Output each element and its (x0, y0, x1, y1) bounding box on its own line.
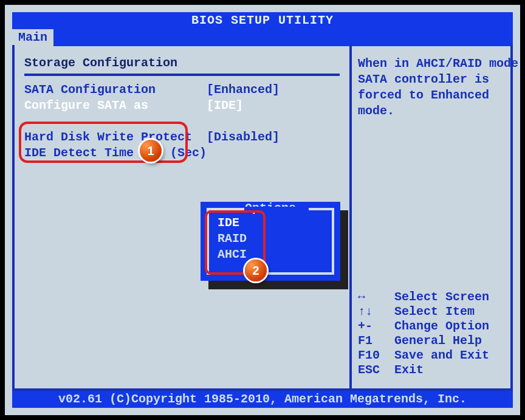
bios-screen: BIOS SETUP UTILITY Main Storage Configur… (5, 5, 520, 415)
help-panel: When in AHCI/RAID mode SATA controller i… (352, 45, 524, 388)
setting-row-spacer (24, 114, 340, 129)
help-desc: Select Item (394, 305, 475, 319)
popup-border: IDE RAID AHCI (207, 208, 334, 275)
help-text-line: forced to Enhanced (358, 88, 518, 103)
setting-label: Configure SATA as (24, 98, 207, 114)
help-key-row: ↑↓Select Item (358, 305, 518, 319)
setting-label: IDE Detect Time Out (Sec) (24, 145, 207, 161)
panel-container: Storage Configuration SATA Configuration… (12, 45, 513, 391)
setting-row[interactable]: SATA Configuration [Enhanced] (24, 82, 340, 98)
section-title: Storage Configuration (24, 56, 340, 70)
popup-option[interactable]: IDE (218, 215, 326, 231)
help-key-row: F1General Help (358, 334, 518, 348)
popup-option[interactable]: RAID (218, 231, 326, 247)
setting-value: [IDE] (207, 98, 243, 114)
help-key-row: ESCExit (358, 363, 518, 377)
help-desc: Select Screen (394, 290, 489, 305)
help-key: ↔ (358, 290, 394, 305)
help-key: +- (358, 319, 394, 334)
help-key: F1 (358, 334, 394, 348)
help-text-line: mode. (358, 103, 518, 119)
setting-row[interactable]: Hard Disk Write Protect [Disabled] (24, 129, 340, 145)
help-desc: Save and Exit (394, 348, 489, 363)
setting-label: Hard Disk Write Protect (24, 129, 207, 145)
help-desc: Exit (394, 363, 424, 377)
help-text-line: When in AHCI/RAID mode (358, 56, 518, 72)
section-divider (24, 74, 340, 76)
footer-bar: v02.61 (C)Copyright 1985-2010, American … (12, 391, 513, 408)
tab-bar[interactable]: Main (12, 29, 513, 46)
footer-text: v02.61 (C)Copyright 1985-2010, American … (58, 392, 467, 406)
help-key: ESC (358, 363, 394, 377)
setting-label (24, 114, 207, 129)
setting-row[interactable]: IDE Detect Time Out (Sec) (24, 145, 340, 161)
help-keys: ↔Select Screen ↑↓Select Item +-Change Op… (358, 290, 518, 377)
app-title-bar: BIOS SETUP UTILITY (12, 12, 513, 29)
setting-row-selected[interactable]: Configure SATA as [IDE] (24, 98, 340, 114)
help-desc: General Help (394, 334, 482, 348)
help-key-row: +-Change Option (358, 319, 518, 334)
setting-value: [Enhanced] (207, 82, 280, 98)
popup-option[interactable]: AHCI (218, 247, 326, 263)
settings-panel: Storage Configuration SATA Configuration… (15, 45, 352, 388)
help-key: ↑↓ (358, 305, 394, 319)
help-text-line: SATA controller is (358, 72, 518, 88)
popup-title-cover (244, 207, 309, 213)
help-key: F10 (358, 348, 394, 363)
help-key-row: F10Save and Exit (358, 348, 518, 363)
setting-label: SATA Configuration (24, 82, 207, 98)
help-desc: Change Option (394, 319, 489, 334)
tab-main[interactable]: Main (12, 29, 53, 46)
help-key-row: ↔Select Screen (358, 290, 518, 305)
setting-value: [Disabled] (207, 129, 280, 145)
options-popup[interactable]: Options IDE RAID AHCI (201, 202, 340, 281)
app-title: BIOS SETUP UTILITY (191, 13, 334, 27)
